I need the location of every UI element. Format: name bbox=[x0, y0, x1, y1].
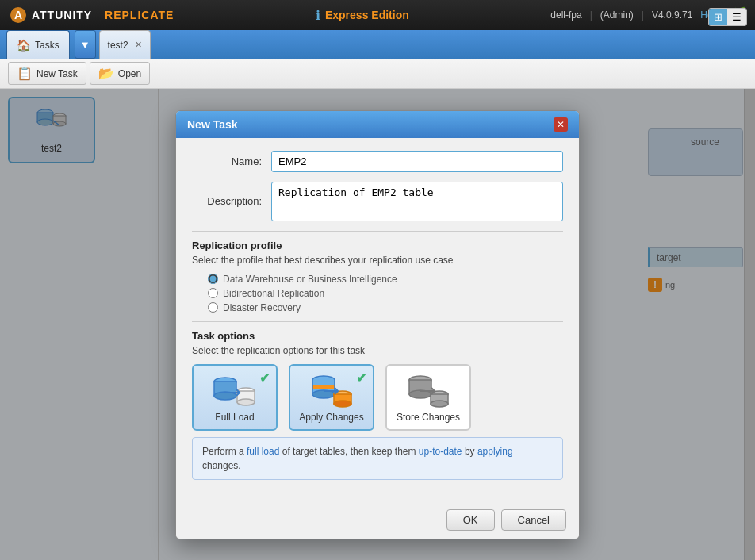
highlight-full-load: full load bbox=[247, 446, 279, 457]
apply-changes-label: Apply Changes bbox=[299, 412, 363, 423]
name-input[interactable] bbox=[271, 151, 563, 172]
brand-separator bbox=[97, 9, 100, 21]
top-bar: A ATTUNITY REPLICATE ℹ Express Edition d… bbox=[0, 0, 755, 30]
full-load-check: ✔ bbox=[259, 370, 270, 385]
dialog-title: New Task bbox=[187, 118, 238, 131]
svg-point-24 bbox=[334, 401, 351, 407]
highlight-uptodate: up-to-date bbox=[419, 446, 462, 457]
divider-1 bbox=[192, 231, 563, 232]
radio-dw: Data Warehouse or Business Intelligence bbox=[208, 274, 563, 285]
edition-area: ℹ Express Edition bbox=[182, 8, 542, 23]
svg-rect-17 bbox=[312, 385, 335, 389]
new-task-label: New Task bbox=[36, 68, 78, 79]
test2-tab-label: test2 bbox=[108, 40, 128, 51]
divider-2 bbox=[192, 321, 563, 322]
svg-point-13 bbox=[237, 399, 255, 405]
radio-dr: Disaster Recovery bbox=[208, 302, 563, 313]
radio-bi-input[interactable] bbox=[208, 288, 218, 298]
home-icon: 🏠 bbox=[17, 39, 30, 52]
open-button[interactable]: 📂 Open bbox=[90, 62, 150, 85]
dialog-close-button[interactable]: ✕ bbox=[554, 117, 568, 132]
new-task-icon: 📋 bbox=[17, 66, 33, 81]
highlight-applying: applying bbox=[477, 446, 513, 457]
task-options-section: Task options Select the replication opti… bbox=[192, 330, 563, 431]
test2-tab-close[interactable]: ✕ bbox=[135, 40, 142, 50]
grid-toggle: ⊞ ☰ bbox=[708, 8, 747, 26]
brand-replicate: REPLICATE bbox=[105, 9, 174, 21]
logo-icon: A bbox=[10, 6, 27, 24]
user-role: (Admin) bbox=[600, 10, 634, 21]
tasks-tab-label: Tasks bbox=[35, 40, 59, 51]
radio-dw-label: Data Warehouse or Business Intelligence bbox=[223, 274, 397, 285]
full-load-card[interactable]: ✔ bbox=[192, 364, 278, 431]
toolbar: 📋 New Task 📂 Open ⊞ ☰ bbox=[0, 59, 755, 89]
name-label: Name: bbox=[192, 155, 271, 167]
radio-bi: Bidirectional Replication bbox=[208, 288, 563, 299]
task-options-title: Task options bbox=[192, 330, 563, 342]
replication-profile-title: Replication profile bbox=[192, 240, 563, 251]
radio-dw-input[interactable] bbox=[208, 274, 218, 284]
apply-changes-check: ✔ bbox=[356, 370, 366, 385]
list-view-button[interactable]: ☰ bbox=[727, 9, 746, 25]
tasks-tab[interactable]: 🏠 Tasks bbox=[6, 30, 70, 59]
radio-dr-input[interactable] bbox=[208, 302, 218, 313]
apply-changes-card[interactable]: ✔ bbox=[289, 364, 374, 431]
task-options-sub: Select the replication options for this … bbox=[192, 345, 563, 356]
replication-profile-section: Replication profile Select the profile t… bbox=[192, 240, 563, 313]
task-options-cards: ✔ bbox=[192, 364, 563, 431]
apply-changes-icon bbox=[306, 374, 357, 412]
svg-text:A: A bbox=[14, 9, 22, 21]
edition-label: Express Edition bbox=[325, 9, 409, 21]
dialog-description-box: Perform a full load of target tables, th… bbox=[192, 437, 563, 480]
username: dell-fpa bbox=[550, 10, 581, 21]
description-label: Description: bbox=[192, 195, 271, 207]
replication-profile-sub: Select the profile that best describes y… bbox=[192, 255, 563, 266]
dialog-body: Name: Description: Replication of EMP2 t… bbox=[176, 138, 579, 501]
open-icon: 📂 bbox=[98, 66, 114, 81]
logo: A ATTUNITY REPLICATE bbox=[10, 6, 174, 24]
new-task-button[interactable]: 📋 New Task bbox=[8, 62, 86, 85]
svg-point-31 bbox=[431, 401, 448, 407]
radio-bi-label: Bidirectional Replication bbox=[223, 288, 324, 299]
nav-bar: 🏠 Tasks ▼ test2 ✕ bbox=[0, 30, 755, 59]
radio-group: Data Warehouse or Business Intelligence … bbox=[192, 274, 563, 313]
info-icon: ℹ bbox=[316, 8, 320, 23]
test2-tab[interactable]: test2 ✕ bbox=[99, 30, 151, 59]
description-field-row: Description: Replication of EMP2 table bbox=[192, 182, 563, 221]
full-load-label: Full Load bbox=[215, 412, 254, 423]
brand-attunity: ATTUNITY bbox=[32, 9, 92, 21]
store-changes-icon bbox=[403, 374, 454, 412]
main-content: test2 source target ! ng New Task ✕ bbox=[0, 89, 755, 560]
dialog-footer: OK Cancel bbox=[176, 501, 579, 539]
full-load-icon bbox=[209, 374, 260, 412]
tasks-dropdown[interactable]: ▼ bbox=[75, 30, 96, 59]
svg-rect-16 bbox=[312, 380, 335, 385]
radio-dr-label: Disaster Recovery bbox=[223, 302, 301, 313]
modal-overlay: New Task ✕ Name: Description: Replicatio… bbox=[0, 89, 755, 560]
cancel-button[interactable]: Cancel bbox=[501, 509, 566, 531]
description-input[interactable]: Replication of EMP2 table bbox=[271, 182, 563, 221]
name-field-row: Name: bbox=[192, 151, 563, 172]
store-changes-card[interactable]: Store Changes bbox=[385, 364, 471, 431]
ok-button[interactable]: OK bbox=[446, 509, 495, 531]
store-changes-label: Store Changes bbox=[397, 412, 460, 423]
new-task-dialog: New Task ✕ Name: Description: Replicatio… bbox=[175, 110, 580, 539]
dialog-titlebar: New Task ✕ bbox=[176, 111, 579, 138]
grid-view-button[interactable]: ⊞ bbox=[709, 9, 727, 25]
version: V4.0.9.71 bbox=[652, 10, 692, 21]
open-label: Open bbox=[118, 68, 141, 79]
